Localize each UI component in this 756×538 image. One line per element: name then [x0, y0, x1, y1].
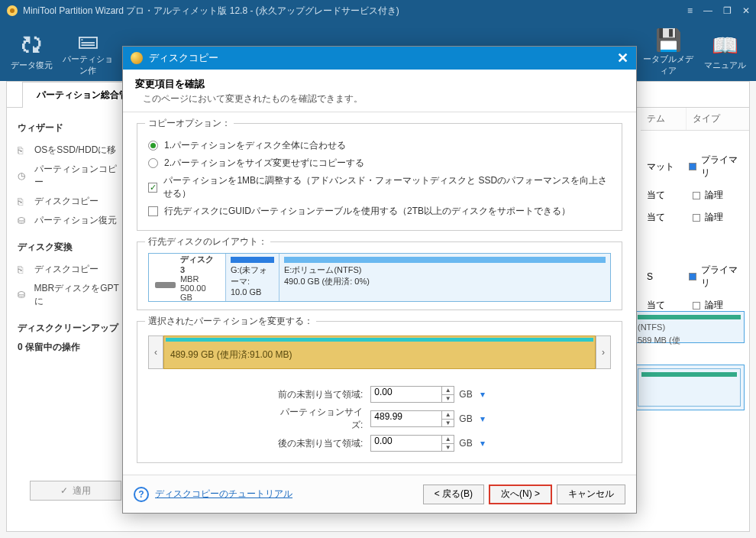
color-swatch	[693, 302, 700, 310]
size-input[interactable]: 489.99▲▼	[370, 410, 454, 427]
disk-copy-dialog: ディスクコピー ✕ 変更項目を確認 このページにおいて変更されたものを確認できま…	[122, 46, 637, 514]
spin-up-icon[interactable]: ▲	[442, 387, 454, 395]
spin-down-icon[interactable]: ▼	[442, 395, 454, 403]
check-align-1mb[interactable]: ✓パーティションを1MBに調整する（アドバンスド・フォーマットディスクと SSD…	[148, 174, 611, 200]
close-icon[interactable]: ✕	[617, 50, 628, 66]
sidebar-item-disk-copy-2[interactable]: ⎘ディスクコピー	[18, 260, 125, 279]
radio-icon	[148, 158, 158, 168]
check-icon: ✓	[60, 485, 68, 496]
selected-partition-group: 選択されたパーティションを変更する： ‹ 489.99 GB (使用済:91.0…	[137, 321, 622, 463]
table-row[interactable]: Sプライマリ	[641, 259, 749, 294]
col-type: タイプ	[687, 108, 749, 130]
partition-e[interactable]: E:ボリューム(NTFS) 490.0 GB (使用済: 0%)	[279, 254, 610, 301]
unit-dropdown[interactable]: ▾	[477, 438, 488, 449]
tool-data-recovery[interactable]: 🗘データ復元	[3, 28, 60, 76]
layout-group: 行先ディスクのレイアウト： ディスク 3 MBR 500.00 GB G:(未フ…	[137, 241, 622, 310]
radio-fit-disk[interactable]: 1.パーティションをディスク全体に合わせる	[148, 139, 611, 152]
color-swatch	[693, 192, 700, 199]
copy-icon: ⎘	[18, 196, 30, 207]
minimize-icon[interactable]: —	[703, 5, 712, 16]
cancel-button[interactable]: キャンセル	[557, 485, 625, 504]
table-row[interactable]: 当て論理	[641, 184, 749, 206]
disk-icon: ⛁	[18, 290, 30, 300]
disk-layout: ディスク 3 MBR 500.00 GB G:(未フォーマ: 10.0 GB E…	[148, 253, 611, 302]
dialog-header: 変更項目を確認 このページにおいて変更されたものを確認できます。	[123, 70, 636, 112]
after-label: 後の未割り当て領域:	[271, 437, 370, 450]
dialog-header-sub: このページにおいて変更されたものを確認できます。	[135, 92, 624, 105]
copy-options-group: コピーオプション： 1.パーティションをディスク全体に合わせる 2.パーティショ…	[137, 123, 622, 231]
migrate-icon: ⎘	[18, 145, 30, 156]
after-input[interactable]: 0.00▲▼	[370, 435, 454, 452]
tool-partition[interactable]: 🖴パーティション作	[60, 21, 116, 81]
copy-icon: ⎘	[18, 264, 30, 275]
partition-table: テム タイプ マットプライマリ 当て論理 当て論理 Sプライマリ 当て論理	[641, 108, 749, 316]
media-icon: 💾	[655, 26, 682, 53]
spin-up-icon[interactable]: ▲	[442, 411, 454, 420]
tutorial-link[interactable]: ディスクコピーのチュートリアル	[155, 488, 418, 501]
close-icon[interactable]: ✕	[742, 5, 750, 16]
before-input[interactable]: 0.00▲▼	[370, 386, 454, 403]
maximize-icon[interactable]: ❐	[723, 5, 732, 16]
titlebar: MiniTool Partition Wizard プロ・アルティメット版 12…	[0, 0, 756, 21]
size-label: パーティションサイズ:	[271, 406, 370, 432]
dialog-titlebar: ディスクコピー ✕	[123, 47, 636, 70]
spin-down-icon[interactable]: ▼	[442, 420, 454, 427]
sidebar-item-migrate-os[interactable]: ⎘OSをSSD/HDDに移	[18, 141, 125, 160]
next-button[interactable]: 次へ(N) >	[489, 485, 552, 504]
table-header: テム タイプ	[641, 108, 749, 131]
partition-g[interactable]: G:(未フォーマ: 10.0 GB	[225, 254, 279, 301]
app-icon	[6, 5, 18, 17]
sidebar-item-partition-copy[interactable]: ◷パーティションコピー	[18, 160, 125, 192]
svg-point-1	[10, 8, 15, 13]
manual-icon: 📖	[712, 32, 738, 60]
usage-bar	[641, 372, 737, 377]
hdd-icon	[155, 282, 176, 288]
disk-info: ディスク 3 MBR 500.00 GB	[149, 254, 225, 301]
partition-slider[interactable]: 489.99 GB (使用済:91.00 MB)	[163, 335, 596, 369]
checkbox-icon: ✓	[148, 183, 157, 193]
check-use-guid[interactable]: 行先ディスクにGUIDパーティションテーブルを使用する（2TB以上のディスクをサ…	[148, 205, 611, 218]
tool-bootable[interactable]: 💾ータブルメディア	[640, 21, 696, 81]
slider-right-button[interactable]: ›	[596, 335, 611, 369]
color-swatch	[693, 214, 700, 222]
sidebar: ウィザード ⎘OSをSSD/HDDに移 ◷パーティションコピー ⎘ディスクコピー…	[7, 108, 125, 531]
radio-icon	[148, 141, 158, 151]
col-system: テム	[641, 108, 687, 130]
sidebar-item-disk-copy[interactable]: ⎘ディスクコピー	[18, 192, 125, 211]
usage-bar	[638, 315, 741, 319]
slider-fill	[166, 338, 593, 342]
spin-up-icon[interactable]: ▲	[442, 436, 454, 444]
help-icon[interactable]: ?	[134, 487, 149, 502]
recovery-icon: 🗘	[21, 32, 42, 60]
back-button[interactable]: < 戻る(B)	[423, 485, 484, 504]
sidebar-item-mbr-gpt[interactable]: ⛁MBRディスクをGPTに	[18, 279, 125, 311]
layout-preview-2[interactable]	[634, 365, 745, 410]
table-row[interactable]: 当て論理	[641, 206, 749, 228]
unit-dropdown[interactable]: ▾	[477, 413, 488, 424]
clock-icon: ◷	[18, 170, 30, 181]
partition-icon: 🖴	[77, 26, 99, 53]
radio-no-resize[interactable]: 2.パーティションをサイズ変更せずにコピーする	[148, 157, 611, 170]
spin-down-icon[interactable]: ▼	[442, 444, 454, 452]
color-swatch	[689, 273, 696, 280]
dialog-header-title: 変更項目を確認	[135, 77, 624, 91]
layout-preview-1[interactable]: (NTFS) 589 MB (使	[634, 311, 745, 343]
menu-icon[interactable]: ≡	[687, 5, 693, 16]
sidebar-group-wizard: ウィザード	[18, 122, 125, 134]
disk-icon: ⛁	[18, 216, 30, 226]
unit-dropdown[interactable]: ▾	[477, 389, 488, 400]
titlebar-text: MiniTool Partition Wizard プロ・アルティメット版 12…	[23, 5, 687, 18]
sidebar-item-partition-recovery[interactable]: ⛁パーティション復元	[18, 211, 125, 230]
dialog-title: ディスクコピー	[149, 51, 617, 65]
sidebar-group-convert: ディスク変換	[18, 241, 125, 254]
before-label: 前の未割り当て領域:	[271, 388, 370, 401]
slider-left-button[interactable]: ‹	[148, 335, 163, 369]
dialog-footer: ? ディスクコピーのチュートリアル < 戻る(B) 次へ(N) > キャンセル	[123, 475, 636, 513]
pending-ops: 0 保留中の操作	[18, 341, 125, 354]
dialog-icon	[131, 52, 143, 64]
checkbox-icon	[148, 206, 158, 216]
table-row[interactable]: マットプライマリ	[641, 149, 749, 184]
tool-manual[interactable]: 📖マニュアル	[696, 28, 753, 76]
sidebar-group-cleanup: ディスククリーンアップ	[18, 322, 125, 335]
apply-button[interactable]: ✓✓ 適用適用	[30, 481, 121, 501]
